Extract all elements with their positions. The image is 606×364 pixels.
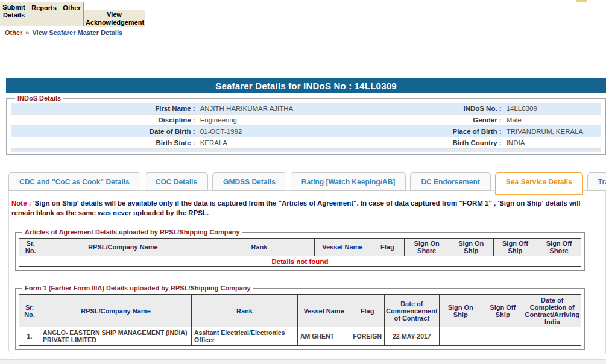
table-row: 1.ANGLO- EASTERN SHIP MANAGEMENT (INDIA)… xyxy=(19,327,581,346)
tab-sea-service-details[interactable]: Sea Service Details xyxy=(495,172,583,195)
tab-cdc-and-coc-as-cook-details[interactable]: CDC and "CoC as Cook" Details xyxy=(8,172,140,191)
table-header-row: Sr. No.RPSL/Company NameRankVessel NameF… xyxy=(19,239,581,256)
column-header-sign-off-shore: Sign Off Shore xyxy=(537,239,581,256)
indos-details-fieldset: INDoS Details First Name :ANJITH HARIKUM… xyxy=(6,95,606,155)
table-cell: 1. xyxy=(19,327,40,346)
chrome-speck xyxy=(576,0,587,2)
tab-training-details[interactable]: Training Details xyxy=(587,172,606,191)
note-text: 'Sign on Ship' details will be available… xyxy=(11,199,581,216)
field-label: Date of Birth : xyxy=(11,128,200,135)
form1-table: Sr. No.RPSL/Company NameRankVessel NameF… xyxy=(19,294,581,346)
field-value: TRIVANDRUM, KERALA xyxy=(507,128,601,135)
column-header-rank: Rank xyxy=(191,295,297,327)
column-header-sign-on-ship: Sign On Ship xyxy=(439,295,482,327)
indos-details-rows: First Name :ANJITH HARIKUMAR AJITHAINDoS… xyxy=(11,103,601,149)
table-cell: ANGLO- EASTERN SHIP MANAGEMENT (INDIA) P… xyxy=(40,327,192,346)
indos-bottom-pad xyxy=(11,149,601,152)
indos-details-legend: INDoS Details xyxy=(15,95,63,102)
menu-item-view-acknowledgement[interactable]: View Acknowledgement xyxy=(84,10,145,27)
field-value: KERALA xyxy=(200,139,377,146)
field-value: Male xyxy=(507,116,601,124)
field-value: ANJITH HARIKUMAR AJITHA xyxy=(200,105,377,112)
column-header-sr-no: Sr. No. xyxy=(19,295,40,327)
table-cell: 22-MAY-2017 xyxy=(385,327,440,346)
tab-coc-details[interactable]: COC Details xyxy=(145,172,208,191)
indos-row: First Name :ANJITH HARIKUMAR AJITHAINDoS… xyxy=(11,103,601,115)
articles-of-agreement-fieldset: Articles of Agreement Details uploaded b… xyxy=(15,228,585,271)
column-header-vessel-name: Vessel Name xyxy=(298,295,350,327)
column-header-sign-off-ship: Sign Off Ship xyxy=(482,295,523,327)
details-not-found-message: Details not found xyxy=(19,256,581,267)
column-header-sign-off-ship: Sign Off Ship xyxy=(493,239,537,256)
column-header-sign-on-shore: Sign On Shore xyxy=(405,239,449,256)
field-value: INDIA xyxy=(507,139,601,146)
table-cell xyxy=(482,327,523,346)
field-label: Birth Country : xyxy=(377,139,507,146)
empty-row: Details not found xyxy=(19,256,581,267)
main-menubar: Submit DetailsReportsOtherView Acknowled… xyxy=(0,2,606,27)
column-header-flag: Flag xyxy=(370,239,405,256)
field-label: INDoS No. : xyxy=(377,105,507,112)
field-label: Birth State : xyxy=(11,139,200,146)
column-header-date-of-commencement-of-contract: Date of Commencement of Contract xyxy=(385,295,440,327)
tab-dc-endorsement[interactable]: DC Endorsement xyxy=(410,172,490,191)
articles-of-agreement-table: Sr. No.RPSL/Company NameRankVessel NameF… xyxy=(19,238,581,267)
menu-item-other[interactable]: Other xyxy=(60,2,84,26)
column-header-rpsl-company-name: RPSL/Company Name xyxy=(40,295,192,327)
breadcrumb: Other»View Seafarer Master Details xyxy=(5,29,606,36)
menu-item-reports[interactable]: Reports xyxy=(28,2,60,26)
indos-row: Birth State :KERALABirth Country :INDIA xyxy=(11,137,601,149)
column-header-date-of-completion-of-contract-arriving-india: Date of Completion of Contract/Arriving … xyxy=(523,295,581,327)
breadcrumb-parent[interactable]: Other xyxy=(5,29,22,36)
column-header-sign-on-ship: Sign On Ship xyxy=(449,239,493,256)
table-cell: Assitant Electrical/Electronics Officer xyxy=(191,327,297,346)
table-cell: AM GHENT xyxy=(298,327,350,346)
tab-gmdss-details[interactable]: GMDSS Details xyxy=(212,172,286,191)
form1-legend: Form 1 (Earlier Form IIIA) Details uploa… xyxy=(22,284,253,292)
footer-strip xyxy=(0,359,606,364)
tab-rating-watch-keeping-ab[interactable]: Rating [Watch Keeping/AB] xyxy=(291,172,406,191)
indos-row: Date of Birth :01-OCT-1992Place of Birth… xyxy=(11,126,601,137)
column-header-rank: Rank xyxy=(204,239,315,256)
table-header-row: Sr. No.RPSL/Company NameRankVessel NameF… xyxy=(19,295,581,327)
indos-row: Discipline :EngineeringGender :Male xyxy=(11,115,601,126)
breadcrumb-current: View Seafarer Master Details xyxy=(32,29,122,36)
field-label: Gender : xyxy=(377,116,507,124)
column-header-vessel-name: Vessel Name xyxy=(315,239,370,256)
column-header-sr-no: Sr. No. xyxy=(19,239,42,256)
menu-item-submit-details[interactable]: Submit Details xyxy=(0,2,28,26)
detail-tabs: CDC and "CoC as Cook" DetailsCOC Details… xyxy=(8,172,606,191)
sea-service-panel: Note : 'Sign on Ship' details will be av… xyxy=(8,190,606,354)
field-value: 14LL0309 xyxy=(507,105,601,112)
form1-fieldset: Form 1 (Earlier Form IIIA) Details uploa… xyxy=(15,284,585,350)
column-header-flag: Flag xyxy=(350,295,385,327)
column-header-rpsl-company-name: RPSL/Company Name xyxy=(42,239,204,256)
field-value: 01-OCT-1992 xyxy=(200,128,377,135)
table-cell xyxy=(439,327,482,346)
field-label: Discipline : xyxy=(11,116,200,124)
sign-on-ship-note: Note : 'Sign on Ship' details will be av… xyxy=(11,198,599,218)
table-cell: FOREIGN xyxy=(350,327,385,346)
note-prefix: Note : xyxy=(11,199,31,207)
page-title: Seafarer Details for INDoS No : 14LL0309 xyxy=(6,78,606,93)
field-label: First Name : xyxy=(11,105,200,112)
browser-chrome-remnant xyxy=(0,0,606,2)
table-cell xyxy=(523,327,581,346)
breadcrumb-separator: » xyxy=(25,29,29,36)
articles-legend: Articles of Agreement Details uploaded b… xyxy=(22,228,242,236)
field-value: Engineering xyxy=(200,116,377,124)
field-label: Place of Birth : xyxy=(377,128,507,135)
